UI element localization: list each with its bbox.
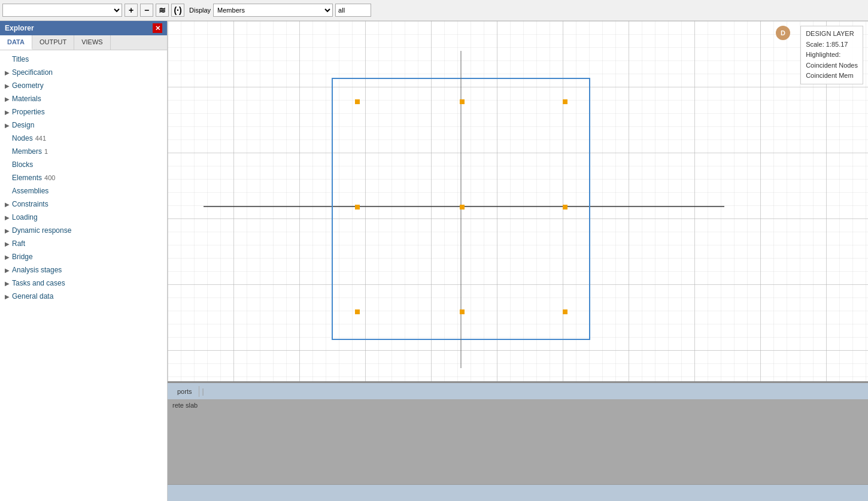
explorer-title: Explorer (5, 24, 34, 32)
tree-label-properties: Properties (12, 108, 162, 116)
tree-item-blocks[interactable]: Blocks (0, 158, 167, 171)
grid-canvas (168, 21, 868, 381)
tree-label-general-data: General data (12, 292, 162, 300)
tree-item-materials[interactable]: ▶ Materials (0, 92, 167, 105)
tree-item-constraints[interactable]: ▶ Constraints (0, 198, 167, 211)
content-area: D DESIGN LAYER Scale: 1:85.17 Highlighte… (168, 21, 868, 501)
add-button[interactable]: + (125, 4, 138, 17)
arrow-bridge: ▶ (5, 254, 12, 260)
tree-item-nodes[interactable]: Nodes 441 (0, 132, 167, 145)
tree-item-assemblies[interactable]: Assemblies (0, 184, 167, 198)
tree-label-nodes: Nodes (12, 134, 33, 142)
svg-rect-9 (563, 99, 567, 104)
bottom-tab-sep: | (199, 387, 206, 396)
all-input[interactable] (335, 4, 371, 17)
tree-item-titles[interactable]: Titles (0, 53, 167, 66)
tab-views[interactable]: VIEWS (74, 35, 110, 50)
explorer-close-button[interactable]: ✕ (153, 23, 162, 33)
tree-item-geometry[interactable]: ▶ Geometry (0, 79, 167, 92)
tree-label-raft: Raft (12, 239, 162, 248)
main-area: Explorer ✕ DATA OUTPUT VIEWS Titles ▶ Sp… (0, 21, 868, 501)
tree-label-analysis-stages: Analysis stages (12, 266, 162, 274)
tree-label-dynamic-response: Dynamic response (12, 226, 162, 235)
tree-item-analysis-stages[interactable]: ▶ Analysis stages (0, 263, 167, 277)
bottom-panel: ports | rete slab (168, 381, 868, 501)
tree-item-dynamic-response[interactable]: ▶ Dynamic response (0, 224, 167, 237)
arrow-constraints: ▶ (5, 201, 12, 208)
bottom-tab-ports[interactable]: ports (170, 386, 199, 397)
tree-item-specification[interactable]: ▶ Specification (0, 66, 167, 79)
tab-output[interactable]: OUTPUT (32, 35, 74, 50)
svg-rect-3 (168, 21, 868, 381)
tree-label-constraints: Constraints (12, 200, 162, 208)
coincident-nodes-label: Coincident Nodes (806, 60, 858, 71)
svg-rect-10 (355, 205, 360, 209)
bottom-tabs: ports | (168, 382, 868, 399)
svg-rect-15 (563, 309, 567, 314)
tree-item-raft[interactable]: ▶ Raft (0, 237, 167, 250)
layer-label: DESIGN LAYER (806, 29, 858, 40)
tree-label-assemblies: Assemblies (12, 187, 48, 195)
arrow-dynamic-response: ▶ (5, 227, 12, 234)
svg-rect-12 (563, 205, 567, 209)
tree-count-elements: 400 (44, 174, 55, 181)
explorer-tabs: DATA OUTPUT VIEWS (0, 35, 167, 50)
bottom-content-text: rete slab (172, 402, 198, 409)
tree-item-design[interactable]: ▶ Design (0, 119, 167, 132)
scale-label: Scale: 1:85.17 (806, 40, 858, 50)
arrow-tasks-cases: ▶ (5, 280, 12, 287)
tree-item-elements[interactable]: Elements 400 (0, 171, 167, 184)
wave-button[interactable]: ≋ (156, 4, 169, 17)
tree-label-elements: Elements (12, 174, 42, 182)
tree-label-blocks: Blocks (12, 160, 33, 169)
tree-item-tasks-cases[interactable]: ▶ Tasks and cases (0, 277, 167, 290)
display-label: Display (189, 7, 211, 14)
bottom-content: rete slab (168, 399, 868, 484)
tree-label-members: Members (12, 147, 42, 156)
explorer-panel: Explorer ✕ DATA OUTPUT VIEWS Titles ▶ Sp… (0, 21, 168, 501)
arrow-loading: ▶ (5, 214, 12, 221)
arrow-general-data: ▶ (5, 293, 12, 300)
tree-label-titles: Titles (12, 55, 29, 63)
arrow-raft: ▶ (5, 241, 12, 247)
tab-data[interactable]: DATA (0, 35, 32, 50)
tree-item-general-data[interactable]: ▶ General data (0, 290, 167, 303)
tree-label-geometry: Geometry (12, 81, 162, 90)
minus-button[interactable]: − (140, 4, 153, 17)
svg-rect-8 (460, 99, 465, 104)
members-select[interactable]: Members (213, 4, 333, 17)
tree-item-members[interactable]: Members 1 (0, 145, 167, 158)
toolbar-dropdown[interactable] (2, 4, 122, 17)
tree-label-specification: Specification (12, 68, 162, 77)
arrow-properties: ▶ (5, 109, 12, 116)
arrow-specification: ▶ (5, 69, 12, 76)
coincident-mem-label: Coincident Mem (806, 71, 858, 81)
highlighted-label: Highlighted: (806, 50, 858, 60)
tree-label-bridge: Bridge (12, 253, 162, 261)
tree-count-members: 1 (44, 148, 48, 155)
explorer-header: Explorer ✕ (0, 21, 167, 35)
arrow-materials: ▶ (5, 96, 12, 102)
svg-rect-14 (460, 309, 465, 314)
svg-rect-13 (355, 309, 360, 314)
arrow-design: ▶ (5, 122, 12, 129)
tree-label-design: Design (12, 121, 162, 129)
arrow-geometry: ▶ (5, 83, 12, 89)
svg-rect-11 (460, 205, 465, 209)
explorer-tree: Titles ▶ Specification ▶ Geometry ▶ Mate… (0, 50, 167, 501)
tree-item-properties[interactable]: ▶ Properties (0, 105, 167, 119)
canvas-container[interactable]: D DESIGN LAYER Scale: 1:85.17 Highlighte… (168, 21, 868, 381)
tree-label-materials: Materials (12, 95, 162, 103)
tree-label-tasks-cases: Tasks and cases (12, 279, 162, 287)
tree-item-loading[interactable]: ▶ Loading (0, 211, 167, 224)
arrow-analysis-stages: ▶ (5, 267, 12, 274)
design-layer-badge: D (776, 26, 790, 40)
svg-rect-7 (355, 99, 360, 104)
tree-label-loading: Loading (12, 213, 162, 221)
radio-button[interactable]: (·) (171, 4, 184, 17)
tree-count-nodes: 441 (35, 135, 46, 142)
info-panel: DESIGN LAYER Scale: 1:85.17 Highlighted:… (800, 26, 863, 84)
status-bar (168, 484, 868, 501)
toolbar: + − ≋ (·) Display Members (0, 0, 868, 21)
tree-item-bridge[interactable]: ▶ Bridge (0, 250, 167, 263)
